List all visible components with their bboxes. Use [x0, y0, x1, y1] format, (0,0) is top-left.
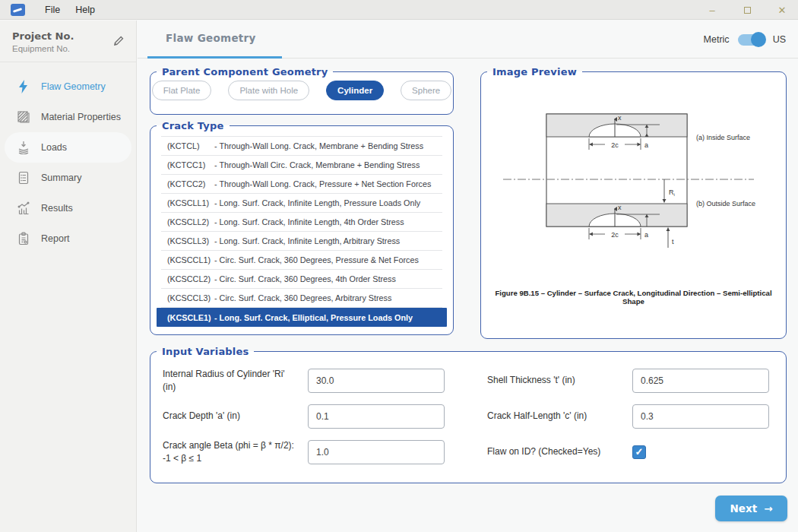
preview-body: x a 2c (a) Inside Surface — [481, 78, 786, 306]
shell-thickness-label: Shell Thickness 't' (in) — [487, 374, 622, 386]
svg-text:(b) Outside Surface: (b) Outside Surface — [696, 200, 755, 207]
next-button-label: Next — [730, 502, 758, 515]
us-label: US — [773, 34, 786, 45]
svg-text:(a) Inside Surface: (a) Inside Surface — [696, 134, 750, 141]
geometry-option-sphere[interactable]: Sphere — [401, 81, 451, 100]
sidebar-item-summary[interactable]: Summary — [0, 163, 136, 193]
crack-code: (KCSCLL1) — [167, 198, 214, 207]
svg-text:t: t — [672, 238, 674, 245]
crack-code: (KCSCLL2) — [167, 217, 214, 226]
crack-half-length-input[interactable] — [632, 404, 769, 429]
minimize-button[interactable]: – — [704, 5, 720, 16]
crack-type-list: (KCTCL) - Through-Wall Long. Crack, Memb… — [161, 136, 442, 327]
content: Parent Component Geometry Flat Plate Pla… — [138, 59, 798, 532]
sidebar-item-results[interactable]: Results — [0, 193, 136, 223]
load-arrow-icon — [16, 140, 31, 155]
unit-system-switch: Metric US — [704, 21, 786, 59]
crack-code: (KCSCCL3) — [167, 293, 214, 302]
svg-text:a: a — [644, 231, 648, 239]
crack-type-row[interactable]: (KCSCLL1) - Long. Surf. Crack, Infinite … — [161, 194, 442, 213]
crack-code: (KCTCC1) — [167, 160, 214, 169]
svg-text:2c: 2c — [611, 231, 619, 239]
crack-desc: - Through-Wall Long. Crack, Pressure + N… — [214, 179, 436, 188]
crack-angle-beta-input[interactable] — [308, 440, 445, 464]
crack-code: (KCTCL) — [167, 141, 214, 150]
crack-type-panel: Crack Type (KCTCL) - Through-Wall Long. … — [150, 120, 454, 335]
toggle-knob[interactable] — [751, 32, 766, 47]
titlebar: File Help – ✕ — [0, 0, 798, 20]
flaw-on-id-label: Flaw on ID? (Checked=Yes) — [487, 445, 622, 458]
clipboard-report-icon — [16, 231, 31, 246]
sidebar-item-loads[interactable]: Loads — [5, 132, 131, 163]
geometry-option-cylinder[interactable]: Cylinder — [326, 81, 384, 100]
flaw-on-id-checkbox[interactable]: ✓ — [632, 445, 646, 459]
app-logo-icon — [11, 4, 25, 16]
crack-half-length-label: Crack Half-Length 'c' (in) — [487, 410, 622, 422]
crack-type-row[interactable]: (KCSCLL3) - Long. Surf. Crack, Infinite … — [161, 232, 442, 251]
crack-desc: - Long. Surf. Crack, Infinite Length, Pr… — [214, 198, 436, 207]
crack-desc: - Circ. Surf. Crack, 360 Degrees, Pressu… — [214, 255, 436, 264]
menu-help[interactable]: Help — [75, 5, 95, 15]
crack-angle-beta-label: Crack angle Beta (phi = β * π/2): -1 < β… — [163, 439, 298, 464]
metric-label: Metric — [704, 34, 730, 45]
main-area: Flaw Geometry Metric US Parent Component… — [138, 21, 798, 532]
crack-type-row-selected[interactable]: (KCSCLE1) - Long. Surf. Crack, Elliptica… — [157, 308, 447, 327]
equipment-number-label: Equipment No. — [12, 44, 125, 53]
geometry-option-flat-plate[interactable]: Flat Plate — [152, 81, 212, 100]
sidebar-item-label: Report — [41, 233, 70, 244]
window-controls: – ✕ — [704, 0, 790, 20]
crack-type-row[interactable]: (KCTCL) - Through-Wall Long. Crack, Memb… — [161, 137, 442, 156]
input-variables-panel: Input Variables Internal Radius of Cylin… — [150, 346, 787, 483]
crack-desc: - Through-Wall Circ. Crack, Membrane + B… — [214, 160, 436, 169]
field-crack-half-length: Crack Half-Length 'c' (in) — [487, 404, 769, 429]
sidebar-item-label: Results — [41, 203, 73, 214]
main-header: Flaw Geometry Metric US — [138, 21, 798, 59]
field-shell-thickness: Shell Thickness 't' (in) — [487, 368, 769, 393]
material-swatch-icon — [16, 109, 31, 125]
crack-desc: - Long. Surf. Crack, Elliptical, Pressur… — [214, 313, 436, 322]
chart-results-icon — [16, 201, 31, 216]
crack-type-row[interactable]: (KCTCC2) - Through-Wall Long. Crack, Pre… — [161, 175, 442, 194]
geometry-option-plate-with-hole[interactable]: Plate with Hole — [228, 81, 309, 100]
sidebar: Project No. Equipment No. Flaw Geometry … — [0, 21, 137, 532]
crack-desc: - Circ. Surf. Crack, 360 Degrees, Arbitr… — [214, 293, 436, 302]
crack-depth-label: Crack Depth 'a' (in) — [163, 410, 298, 422]
crack-depth-input[interactable] — [308, 404, 445, 429]
lightning-bolt-icon — [16, 79, 31, 94]
close-button[interactable]: ✕ — [774, 5, 790, 16]
field-internal-radius: Internal Radius of Cylinder 'Ri' (in) — [163, 368, 445, 393]
menu-file[interactable]: File — [45, 5, 60, 15]
sidebar-item-report[interactable]: Report — [0, 223, 136, 254]
crack-type-row[interactable]: (KCSCCL3) - Circ. Surf. Crack, 360 Degre… — [161, 289, 442, 308]
edit-pencil-icon[interactable] — [113, 34, 125, 49]
parent-geometry-legend: Parent Component Geometry — [157, 66, 333, 78]
shell-thickness-input[interactable] — [632, 369, 769, 393]
input-variables-grid: Internal Radius of Cylinder 'Ri' (in) Sh… — [150, 357, 786, 464]
next-button[interactable]: Next → — [715, 496, 787, 521]
internal-radius-input[interactable] — [308, 369, 445, 393]
maximize-button[interactable] — [739, 5, 755, 16]
cylinder-crack-diagram: x a 2c (a) Inside Surface — [489, 109, 778, 255]
menubar: File Help — [45, 5, 95, 15]
field-crack-angle-beta: Crack angle Beta (phi = β * π/2): -1 < β… — [163, 439, 445, 464]
crack-type-row[interactable]: (KCSCLL2) - Long. Surf. Crack, Infinite … — [161, 213, 442, 232]
sidebar-item-label: Summary — [41, 173, 81, 183]
crack-desc: - Long. Surf. Crack, Infinite Length, Ar… — [214, 236, 436, 245]
next-arrow-icon: → — [764, 502, 772, 515]
sidebar-item-flaw-geometry[interactable]: Flaw Geometry — [0, 71, 136, 102]
sidebar-item-label: Loads — [41, 142, 67, 153]
sidebar-nav: Flaw Geometry Material Properties Loads — [0, 62, 136, 254]
unit-toggle[interactable] — [738, 34, 765, 46]
crack-code: (KCSCLL3) — [167, 236, 214, 245]
tab-flaw-geometry[interactable]: Flaw Geometry — [147, 21, 282, 59]
figure-caption: Figure 9B.15 – Cylinder – Surface Crack,… — [481, 289, 786, 306]
crack-type-row[interactable]: (KCSCCL1) - Circ. Surf. Crack, 360 Degre… — [161, 251, 442, 270]
internal-radius-label: Internal Radius of Cylinder 'Ri' (in) — [163, 368, 298, 392]
crack-type-legend: Crack Type — [157, 120, 230, 131]
crack-desc: - Through-Wall Long. Crack, Membrane + B… — [214, 141, 436, 150]
image-preview-panel: Image Preview x — [480, 66, 787, 339]
crack-code: (KCSCCL1) — [167, 255, 214, 264]
crack-type-row[interactable]: (KCTCC1) - Through-Wall Circ. Crack, Mem… — [161, 156, 442, 175]
crack-type-row[interactable]: (KCSCCL2) - Circ. Surf. Crack, 360 Degre… — [161, 270, 442, 289]
sidebar-item-material-properties[interactable]: Material Properties — [0, 102, 136, 132]
